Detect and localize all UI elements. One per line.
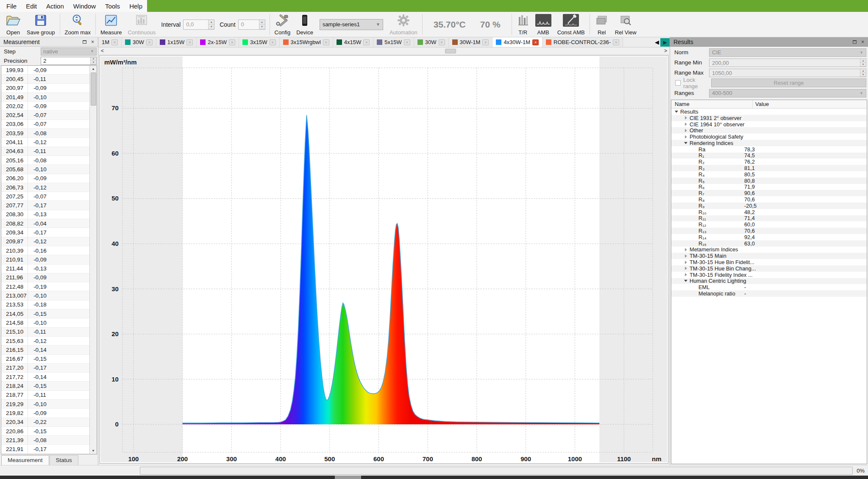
chevron-right-icon[interactable] bbox=[683, 254, 688, 258]
reset-range-button[interactable]: Reset range bbox=[711, 78, 866, 87]
precision-input[interactable]: 2 ▲▼ bbox=[41, 57, 97, 65]
spin-up-icon[interactable]: ▲ bbox=[259, 20, 265, 25]
menu-file[interactable]: File bbox=[2, 1, 21, 11]
spin-down-icon[interactable]: ▼ bbox=[91, 61, 96, 64]
lock-range-checkbox[interactable] bbox=[675, 80, 681, 86]
measurement-row[interactable]: 221,91-0,17 bbox=[1, 445, 89, 454]
chevron-down-icon[interactable] bbox=[674, 111, 679, 113]
count-input[interactable]: 0 ▲▼ bbox=[238, 19, 265, 30]
series-tab[interactable]: 1x15W× bbox=[156, 37, 197, 47]
measurement-row[interactable]: 204,63-0,11 bbox=[1, 147, 89, 156]
tree-row[interactable]: Other bbox=[671, 127, 867, 134]
tree-row[interactable]: R₅80,8 bbox=[671, 178, 867, 184]
close-panel-icon[interactable]: × bbox=[89, 39, 96, 45]
tree-row[interactable]: R₁₀48,2 bbox=[671, 209, 867, 215]
series-tab[interactable]: 4x30W-1M× bbox=[492, 37, 542, 47]
measurement-row[interactable]: 200,45-0,11 bbox=[1, 75, 89, 84]
tree-row[interactable]: Melanopic ratio- bbox=[671, 290, 867, 297]
series-tab[interactable]: 5x15W× bbox=[373, 37, 414, 47]
column-name[interactable]: Name bbox=[671, 100, 753, 108]
measurement-row[interactable]: 210,91-0,09 bbox=[1, 255, 89, 264]
tree-row[interactable]: Metamerism Indices bbox=[671, 247, 867, 253]
norm-dropdown[interactable]: CIE ▼ bbox=[709, 48, 866, 57]
measurement-row[interactable]: 216,67-0,15 bbox=[1, 355, 89, 364]
tab-measurement[interactable]: Measurement bbox=[1, 455, 49, 465]
config-button[interactable]: Config bbox=[272, 12, 294, 37]
tree-row[interactable]: R₁74,5 bbox=[671, 153, 867, 159]
measurement-row[interactable]: 205,16-0,08 bbox=[1, 156, 89, 165]
tree-row[interactable]: R₂76,2 bbox=[671, 159, 867, 165]
measurement-row[interactable]: 211,44-0,13 bbox=[1, 265, 89, 273]
rel-button[interactable]: Rel bbox=[592, 12, 612, 37]
measurement-row[interactable]: 214,05-0,15 bbox=[1, 309, 89, 318]
spectrum-chart[interactable]: 0102030405060701002003004005006007008009… bbox=[100, 55, 668, 464]
tree-row[interactable]: Rendering Indices bbox=[671, 140, 867, 146]
float-panel-icon[interactable] bbox=[81, 39, 88, 45]
tab-close-icon[interactable]: × bbox=[146, 39, 153, 45]
measurement-row[interactable]: 220,34-0,22 bbox=[1, 418, 89, 427]
measurement-row[interactable]: 221,39-0,08 bbox=[1, 436, 89, 445]
measurement-row[interactable]: 215,10-0,11 bbox=[1, 328, 89, 337]
tree-row[interactable]: R₁₃70,6 bbox=[671, 228, 867, 234]
measurement-row[interactable]: 218,24-0,15 bbox=[1, 382, 89, 390]
chevron-right-icon[interactable] bbox=[683, 273, 688, 276]
close-panel-icon[interactable]: × bbox=[860, 39, 866, 45]
series-tab[interactable]: 3x15W× bbox=[239, 37, 279, 47]
tab-close-icon[interactable]: × bbox=[439, 39, 445, 45]
value-list-scrollbar[interactable]: ▲ ▼ bbox=[89, 66, 97, 454]
step-dropdown[interactable]: native ▼ bbox=[41, 47, 97, 56]
chevron-right-icon[interactable] bbox=[683, 116, 688, 120]
spin-up-icon[interactable]: ▲ bbox=[209, 20, 214, 25]
tree-row[interactable]: TM-30-15 Main bbox=[671, 253, 867, 259]
measurement-row[interactable]: 209,87-0,12 bbox=[1, 237, 89, 246]
measurement-row[interactable]: 207,77-0,17 bbox=[1, 201, 89, 210]
series-tab[interactable]: 30W× bbox=[414, 37, 449, 47]
tree-row[interactable]: R₁₂60,0 bbox=[671, 221, 867, 228]
scroll-up-icon[interactable]: ▲ bbox=[92, 66, 95, 72]
spin-up-icon[interactable]: ▲ bbox=[91, 57, 96, 61]
series-tab[interactable]: 4x15W× bbox=[333, 37, 373, 47]
chevron-right-icon[interactable] bbox=[683, 135, 688, 139]
menu-window[interactable]: Window bbox=[69, 1, 100, 11]
menu-help[interactable]: Help bbox=[125, 1, 147, 11]
tree-row[interactable]: TM-30-15 Hue Bin Chang... bbox=[671, 265, 867, 272]
series-tab[interactable]: ROBE-CONTROL-236-× bbox=[542, 37, 623, 47]
tree-row[interactable]: R₆71,9 bbox=[671, 184, 867, 190]
spin-down-icon[interactable]: ▼ bbox=[860, 63, 866, 67]
series-tab[interactable]: 3x15Wrgbwl× bbox=[280, 37, 333, 47]
tab-close-icon[interactable]: × bbox=[270, 39, 276, 45]
measurement-row[interactable]: 199,93-0,09 bbox=[1, 66, 89, 75]
measurement-row[interactable]: 202,02-0,09 bbox=[1, 102, 89, 111]
series-tab[interactable]: 30W-1M× bbox=[449, 37, 493, 47]
measurement-row[interactable]: 206,20-0,09 bbox=[1, 174, 89, 183]
tree-row[interactable]: R₃81,1 bbox=[671, 165, 867, 171]
interval-input[interactable]: 0,0 ▲▼ bbox=[183, 19, 214, 30]
measurement-row[interactable]: 213,53-0,18 bbox=[1, 301, 89, 309]
tab-close-icon[interactable]: × bbox=[532, 39, 539, 45]
tab-close-icon[interactable]: × bbox=[482, 39, 489, 45]
chart-scrollbar-thumb[interactable] bbox=[445, 49, 456, 53]
measurement-row[interactable]: 200,97-0,09 bbox=[1, 84, 89, 93]
tree-row[interactable]: R₁₁71,4 bbox=[671, 215, 867, 222]
measurement-row[interactable]: 218,77-0,11 bbox=[1, 391, 89, 400]
continuous-button[interactable]: Continuous bbox=[125, 12, 159, 37]
measurement-row[interactable]: 208,30-0,13 bbox=[1, 210, 89, 219]
tr-button[interactable]: T/R bbox=[514, 12, 532, 37]
tree-row[interactable]: R₇90,6 bbox=[671, 190, 867, 196]
measurement-row[interactable]: 211,96-0,09 bbox=[1, 273, 89, 282]
tree-row[interactable]: CIE 1964 10° observer bbox=[671, 121, 867, 128]
spin-up-icon[interactable]: ▲ bbox=[860, 69, 866, 73]
tree-row[interactable]: Results bbox=[671, 109, 867, 115]
measurement-row[interactable]: 208,82-0,04 bbox=[1, 219, 89, 228]
measurement-row[interactable]: 213,007-0,10 bbox=[1, 291, 89, 300]
range-max-input[interactable]: 1050,00 ▲▼ bbox=[709, 69, 866, 77]
count-spinner[interactable]: ▲▼ bbox=[259, 20, 265, 29]
tree-row[interactable]: R₈70,6 bbox=[671, 196, 867, 203]
tab-status[interactable]: Status bbox=[50, 455, 78, 465]
measurement-row[interactable]: 215,63-0,12 bbox=[1, 337, 89, 345]
tree-row[interactable]: R₁₄92,4 bbox=[671, 234, 867, 240]
series-tab[interactable]: 2x-15W× bbox=[197, 37, 239, 47]
open-button[interactable]: Open bbox=[3, 12, 24, 37]
tree-row[interactable]: R₄80,5 bbox=[671, 171, 867, 178]
chevron-right-icon[interactable] bbox=[683, 267, 688, 270]
